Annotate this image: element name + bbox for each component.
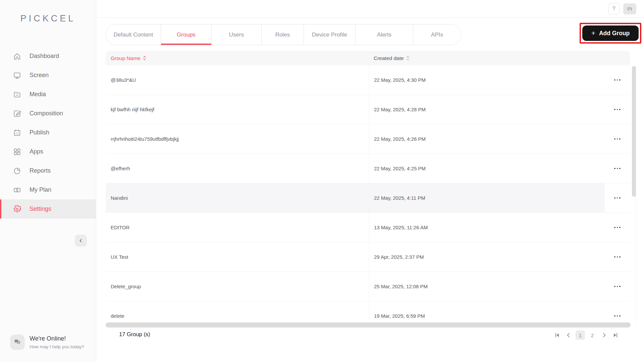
money-icon xyxy=(13,186,21,194)
monitor-icon xyxy=(13,71,21,80)
sidebar-nav: DashboardScreenMediaCompositionPublishAp… xyxy=(0,47,96,219)
row-actions-button[interactable] xyxy=(613,254,622,260)
group-name-cell: rrjhrhrihoiti24tu759utfbdffjvbjkjj xyxy=(106,124,369,154)
column-header-created-date[interactable]: Created date xyxy=(369,55,630,61)
table-row: delete 19 Mar, 2025, 6:59 PM xyxy=(106,301,630,322)
row-actions-button[interactable] xyxy=(613,313,622,319)
brand-logo: PICKCEL xyxy=(0,13,96,24)
created-date-cell: 29 Apr, 2025, 2:37 PM xyxy=(369,242,605,272)
sidebar-collapse-button[interactable] xyxy=(75,235,87,247)
tab-apis[interactable]: APIs xyxy=(413,24,461,45)
sidebar-item-label: Publish xyxy=(30,129,49,136)
annotation-highlight-box: + Add Group xyxy=(580,23,641,44)
sidebar-item-settings[interactable]: Settings xyxy=(0,199,96,219)
table-footer: 17 Group (s) 12 xyxy=(106,328,644,343)
app-root: PICKCEL DashboardScreenMediaCompositionP… xyxy=(0,0,644,362)
sidebar-item-screen[interactable]: Screen xyxy=(0,66,96,85)
topbar: ? PI xyxy=(96,0,644,18)
actions-cell xyxy=(605,301,630,322)
help-button[interactable]: ? xyxy=(608,3,620,14)
vertical-scrollbar-thumb[interactable] xyxy=(632,66,636,197)
sidebar: PICKCEL DashboardScreenMediaCompositionP… xyxy=(0,0,96,362)
chat-launcher-button[interactable] xyxy=(10,335,25,350)
tab-alerts[interactable]: Alerts xyxy=(356,24,413,45)
plus-icon: + xyxy=(591,29,595,37)
pagination-page-2[interactable]: 2 xyxy=(588,330,597,340)
row-actions-button[interactable] xyxy=(613,136,622,142)
table-row: @efherh 22 May, 2025, 4:25 PM xyxy=(106,154,630,183)
avatar[interactable]: PI xyxy=(623,3,636,14)
pagination-prev-button[interactable] xyxy=(564,331,573,340)
sidebar-item-media[interactable]: Media xyxy=(0,85,96,104)
sidebar-item-label: Dashboard xyxy=(30,53,59,60)
table-row: Nandini 22 May, 2025, 4:11 PM xyxy=(106,183,630,213)
group-name-cell: @38u3*&U xyxy=(106,65,369,95)
actions-cell xyxy=(605,124,630,154)
sidebar-item-label: Apps xyxy=(30,148,43,155)
chat-subtitle-text: How may I help you today? xyxy=(30,344,84,349)
pagination-page-1[interactable]: 1 xyxy=(576,330,585,340)
home-icon xyxy=(13,52,21,61)
pie-icon xyxy=(13,167,21,175)
compose-icon xyxy=(13,109,21,118)
pagination: 12 xyxy=(553,330,620,340)
actions-cell xyxy=(605,213,630,242)
tab-bar: Default ContentGroupsUsersRolesDevice Pr… xyxy=(106,24,461,45)
created-date-cell: 13 May, 2025, 11:26 AM xyxy=(369,213,605,242)
folder-icon xyxy=(13,90,21,99)
vertical-scrollbar[interactable] xyxy=(632,66,636,323)
row-actions-button[interactable] xyxy=(613,283,622,290)
row-actions-button[interactable] xyxy=(613,224,622,231)
add-group-label: Add Group xyxy=(599,30,630,37)
chevron-left-icon xyxy=(78,238,84,243)
tab-roles[interactable]: Roles xyxy=(262,24,304,45)
actions-cell xyxy=(605,65,630,95)
column-label: Group Name xyxy=(111,55,141,61)
sidebar-item-composition[interactable]: Composition xyxy=(0,104,96,123)
created-date-cell: 22 May, 2025, 4:11 PM xyxy=(369,183,605,213)
created-date-cell: 22 May, 2025, 4:26 PM xyxy=(369,124,605,154)
row-actions-button[interactable] xyxy=(613,106,622,113)
group-name-cell: kjf bwfhh riijf hkfkejf xyxy=(106,95,369,124)
tab-groups[interactable]: Groups xyxy=(161,24,212,45)
actions-cell xyxy=(605,272,630,301)
group-name-cell: delete xyxy=(106,301,369,322)
sidebar-item-label: Settings xyxy=(30,205,51,213)
actions-cell xyxy=(605,242,630,272)
group-name-cell: EDITOR xyxy=(106,213,369,242)
chat-status-text: We're Online! xyxy=(30,335,84,342)
actions-cell xyxy=(605,183,630,213)
sidebar-item-label: Composition xyxy=(30,110,63,117)
actions-cell xyxy=(605,95,630,124)
sidebar-item-dashboard[interactable]: Dashboard xyxy=(0,47,96,66)
sidebar-item-my-plan[interactable]: My Plan xyxy=(0,180,96,199)
table-row: Delete_group 25 Mar, 2025, 12:08 PM xyxy=(106,272,630,301)
sidebar-item-reports[interactable]: Reports xyxy=(0,161,96,180)
tab-users[interactable]: Users xyxy=(212,24,262,45)
chat-texts: We're Online! How may I help you today? xyxy=(30,335,84,349)
pagination-next-button[interactable] xyxy=(600,331,608,340)
column-header-group-name[interactable]: Group Name xyxy=(106,55,369,61)
sort-icon[interactable] xyxy=(406,56,410,61)
row-actions-button[interactable] xyxy=(613,195,622,201)
horizontal-scrollbar[interactable] xyxy=(106,322,631,327)
table-row: UX Test 29 Apr, 2025, 2:37 PM xyxy=(106,242,630,272)
chat-widget[interactable]: We're Online! How may I help you today? xyxy=(10,335,84,350)
pagination-first-button[interactable] xyxy=(553,331,561,340)
group-count: 17 Group (s) xyxy=(119,331,150,338)
tab-default-content[interactable]: Default Content xyxy=(106,24,161,45)
row-actions-button[interactable] xyxy=(613,165,622,172)
table-body: @38u3*&U 22 May, 2025, 4:30 PM kjf bwfhh… xyxy=(106,65,630,322)
group-name-cell: UX Test xyxy=(106,242,369,272)
tab-device-profile[interactable]: Device Profile xyxy=(304,24,356,45)
pagination-last-button[interactable] xyxy=(611,331,620,340)
table-row: @38u3*&U 22 May, 2025, 4:30 PM xyxy=(106,65,630,95)
table-header-row: Group Name Created date xyxy=(106,51,630,65)
calendar-icon xyxy=(13,128,21,137)
sort-icon[interactable] xyxy=(143,56,146,61)
sidebar-item-apps[interactable]: Apps xyxy=(0,142,96,161)
sidebar-item-label: My Plan xyxy=(30,186,51,193)
sidebar-item-publish[interactable]: Publish xyxy=(0,123,96,142)
row-actions-button[interactable] xyxy=(613,77,622,83)
add-group-button[interactable]: + Add Group xyxy=(582,25,639,41)
